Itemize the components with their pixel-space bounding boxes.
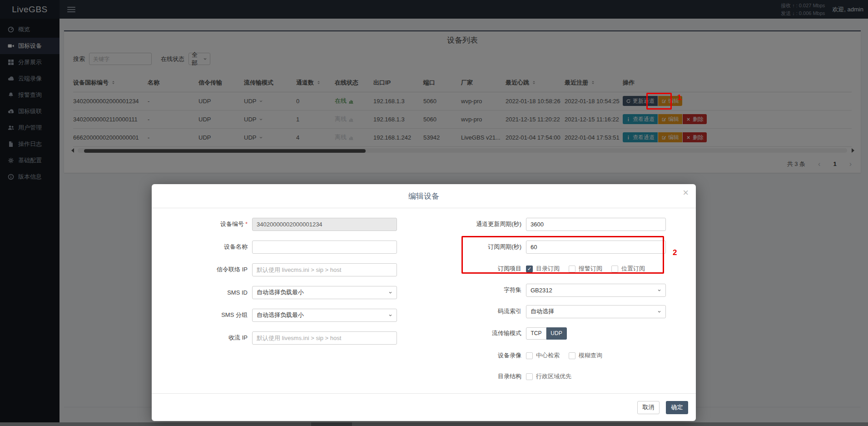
annotation-box-2 bbox=[461, 236, 664, 274]
form-row-recv-stream-ip: 收流 IP bbox=[156, 326, 402, 349]
edit-device-modal: 编辑设备 × 设备编号*设备名称信令联络 IPSMS ID自动选择负载最小SMS… bbox=[152, 184, 696, 421]
stream-transport-mode-toggle: TCPUDP bbox=[526, 327, 567, 340]
checkbox-label: 模糊查询 bbox=[579, 351, 602, 360]
required-asterisk: * bbox=[245, 221, 248, 227]
cancel-button[interactable]: 取消 bbox=[637, 401, 660, 414]
close-icon[interactable]: × bbox=[683, 188, 689, 198]
chevron-down-icon bbox=[388, 291, 392, 295]
sms-id-select[interactable]: 自动选择负载最小 bbox=[252, 286, 397, 299]
form-row-sms-id: SMS ID自动选择负载最小 bbox=[156, 281, 402, 304]
device-id-input bbox=[252, 218, 397, 231]
sms-id-value: 自动选择负载最小 bbox=[257, 288, 304, 296]
modal-body: 设备编号*设备名称信令联络 IPSMS ID自动选择负载最小SMS 分组自动选择… bbox=[152, 208, 696, 386]
checkbox-unchecked[interactable] bbox=[526, 373, 533, 380]
sms-group-value: 自动选择负载最小 bbox=[257, 311, 304, 319]
field-label-text: 码流索引 bbox=[498, 308, 521, 315]
modal-footer: 取消 确定 bbox=[152, 393, 696, 421]
field-label-text: 目录结构 bbox=[498, 373, 521, 380]
sms-group-select[interactable]: 自动选择负载最小 bbox=[252, 309, 397, 322]
field-label-text: 字符集 bbox=[504, 286, 521, 293]
recv-stream-ip-label: 收流 IP bbox=[156, 334, 252, 342]
stream-index-label: 码流索引 bbox=[402, 307, 526, 316]
field-label-text: 设备名称 bbox=[224, 243, 248, 250]
annotation-number-1: 1 bbox=[677, 93, 681, 102]
channel-update-period-input[interactable] bbox=[526, 218, 666, 231]
charset-label: 字符集 bbox=[402, 286, 526, 294]
chevron-down-icon bbox=[657, 288, 661, 292]
form-row-device-name: 设备名称 bbox=[156, 236, 402, 258]
device-id-label: 设备编号* bbox=[156, 220, 252, 228]
directory-structure-label: 目录结构 bbox=[402, 372, 526, 381]
field-label-text: SMS ID bbox=[227, 289, 248, 296]
device-record-group: 中心检索模糊查询 bbox=[526, 351, 602, 360]
confirm-button[interactable]: 确定 bbox=[666, 401, 688, 414]
form-row-device-record: 设备录像中心检索模糊查询 bbox=[402, 345, 674, 366]
annotation-box-1 bbox=[646, 93, 672, 110]
chevron-down-icon bbox=[388, 313, 392, 317]
stream-transport-mode-label: 流传输模式 bbox=[402, 329, 526, 337]
channel-update-period-label: 通道更新周期(秒) bbox=[402, 220, 526, 228]
form-row-device-id: 设备编号* bbox=[156, 213, 402, 236]
device-name-input[interactable] bbox=[252, 241, 397, 254]
device-name-label: 设备名称 bbox=[156, 243, 252, 251]
device-record-label: 设备录像 bbox=[402, 351, 526, 360]
form-row-sms-group: SMS 分组自动选择负载最小 bbox=[156, 304, 402, 326]
field-label-text: 流传输模式 bbox=[492, 330, 521, 336]
field-label-text: 通道更新周期(秒) bbox=[476, 221, 521, 227]
checkbox-label: 中心检索 bbox=[536, 351, 560, 360]
checkbox-unchecked[interactable] bbox=[569, 352, 575, 359]
checkbox-label: 行政区域优先 bbox=[536, 372, 571, 381]
directory-structure-option[interactable]: 行政区域优先 bbox=[526, 372, 571, 381]
signal-contact-ip-input[interactable] bbox=[252, 263, 397, 276]
signal-contact-ip-label: 信令联络 IP bbox=[156, 266, 252, 274]
stream-transport-mode-option-tcp[interactable]: TCP bbox=[526, 327, 546, 340]
form-row-channel-update-period: 通道更新周期(秒) bbox=[402, 213, 674, 236]
field-label-text: 收流 IP bbox=[228, 334, 248, 341]
charset-select[interactable]: GB2312 bbox=[526, 284, 666, 297]
form-row-stream-transport-mode: 流传输模式TCPUDP bbox=[402, 322, 674, 345]
modal-title: 编辑设备 bbox=[408, 191, 439, 201]
form-row-directory-structure: 目录结构行政区域优先 bbox=[402, 366, 674, 386]
chevron-down-icon bbox=[657, 310, 661, 314]
stream-index-select[interactable]: 自动选择 bbox=[526, 305, 666, 318]
recv-stream-ip-input[interactable] bbox=[252, 331, 397, 345]
device-record-option[interactable]: 模糊查询 bbox=[569, 351, 602, 360]
directory-structure-group: 行政区域优先 bbox=[526, 372, 571, 381]
field-label-text: SMS 分组 bbox=[221, 311, 248, 318]
field-label-text: 设备编号 bbox=[220, 221, 244, 227]
charset-value: GB2312 bbox=[531, 287, 552, 294]
sms-group-label: SMS 分组 bbox=[156, 311, 252, 319]
form-row-signal-contact-ip: 信令联络 IP bbox=[156, 258, 402, 281]
modal-header: 编辑设备 × bbox=[152, 184, 696, 208]
modal-left-column: 设备编号*设备名称信令联络 IPSMS ID自动选择负载最小SMS 分组自动选择… bbox=[156, 213, 402, 386]
stream-index-value: 自动选择 bbox=[531, 307, 554, 316]
stream-transport-mode-option-udp[interactable]: UDP bbox=[546, 327, 567, 340]
field-label-text: 设备录像 bbox=[498, 352, 521, 359]
field-label-text: 信令联络 IP bbox=[217, 266, 248, 273]
device-record-option[interactable]: 中心检索 bbox=[526, 351, 560, 360]
sms-id-label: SMS ID bbox=[156, 289, 252, 296]
form-row-charset: 字符集GB2312 bbox=[402, 279, 674, 301]
form-row-stream-index: 码流索引自动选择 bbox=[402, 301, 674, 322]
annotation-number-2: 2 bbox=[673, 248, 677, 257]
checkbox-unchecked[interactable] bbox=[526, 352, 533, 359]
